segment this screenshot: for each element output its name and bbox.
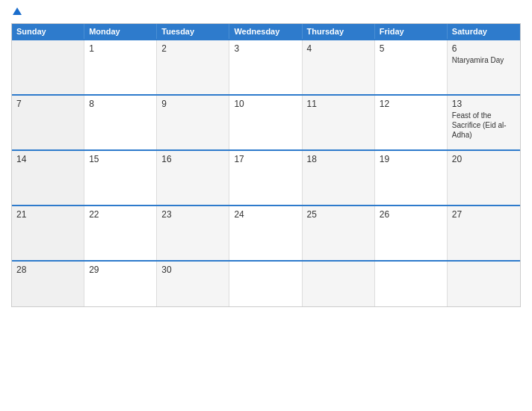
calendar-cell: 16 (157, 151, 229, 205)
calendar-cell (229, 262, 302, 306)
day-number: 8 (89, 99, 152, 109)
calendar-cell: 27 (448, 206, 520, 260)
weekday-header-friday: Friday (375, 24, 448, 39)
day-number: 13 (452, 99, 516, 109)
calendar-cell: 19 (375, 151, 448, 205)
day-number: 7 (16, 99, 79, 109)
calendar-cell: 23 (157, 206, 229, 260)
calendar-cell: 8 (84, 96, 157, 149)
day-number: 16 (161, 154, 224, 164)
calendar-row-1: 78910111213Feast of the Sacrifice (Eid a… (12, 94, 520, 149)
calendar-cell: 5 (375, 40, 448, 94)
calendar-cell: 26 (375, 206, 448, 260)
day-number: 26 (380, 209, 442, 220)
day-number: 18 (307, 154, 370, 164)
day-number: 30 (161, 265, 224, 275)
day-number: 12 (380, 99, 442, 109)
weekday-header-saturday: Saturday (448, 24, 520, 39)
calendar-cell: 25 (303, 206, 375, 260)
day-number: 14 (16, 154, 79, 164)
day-number: 24 (234, 209, 297, 220)
calendar-cell: 7 (12, 96, 84, 149)
calendar-header-row: SundayMondayTuesdayWednesdayThursdayFrid… (12, 24, 520, 39)
day-number: 2 (161, 43, 224, 54)
day-number: 22 (89, 209, 152, 220)
logo (11, 7, 22, 16)
calendar-cell: 10 (229, 96, 302, 149)
day-number: 28 (16, 265, 79, 275)
calendar-cell: 17 (229, 151, 302, 205)
weekday-header-monday: Monday (84, 24, 157, 39)
logo-blue-text (11, 7, 22, 16)
calendar-row-3: 21222324252627 (12, 205, 520, 260)
day-number: 23 (161, 209, 224, 220)
day-number: 3 (234, 43, 297, 54)
day-number: 15 (89, 154, 152, 164)
calendar-page: SundayMondayTuesdayWednesdayThursdayFrid… (0, 0, 532, 411)
day-number: 9 (161, 99, 224, 109)
weekday-header-wednesday: Wednesday (229, 24, 302, 39)
calendar-cell: 22 (84, 206, 157, 260)
calendar-row-2: 14151617181920 (12, 149, 520, 205)
calendar-cell: 13Feast of the Sacrifice (Eid al-Adha) (448, 96, 520, 149)
weekday-header-sunday: Sunday (12, 24, 84, 39)
day-number: 5 (380, 43, 442, 54)
calendar-cell: 15 (84, 151, 157, 205)
day-number: 10 (234, 99, 297, 109)
day-number: 29 (89, 265, 152, 275)
calendar-cell: 3 (229, 40, 302, 94)
calendar-cell: 1 (84, 40, 157, 94)
day-number: 6 (452, 43, 516, 54)
calendar-cell: 24 (229, 206, 302, 260)
calendar-cell: 20 (448, 151, 520, 205)
day-number: 21 (16, 209, 79, 220)
day-number: 17 (234, 154, 297, 164)
weekday-header-tuesday: Tuesday (157, 24, 229, 39)
weekday-header-thursday: Thursday (303, 24, 375, 39)
calendar-grid: SundayMondayTuesdayWednesdayThursdayFrid… (11, 23, 521, 307)
calendar-cell: 21 (12, 206, 84, 260)
calendar-cell: 2 (157, 40, 229, 94)
calendar-cell (448, 262, 520, 306)
calendar-event: Feast of the Sacrifice (Eid al-Adha) (452, 111, 516, 140)
calendar-cell (303, 262, 375, 306)
calendar-cell: 18 (303, 151, 375, 205)
calendar-cell: 14 (12, 151, 84, 205)
calendar-event: Ntaryamira Day (452, 55, 516, 65)
calendar-cell: 6Ntaryamira Day (448, 40, 520, 94)
calendar-cell: 12 (375, 96, 448, 149)
calendar-row-0: 123456Ntaryamira Day (12, 39, 520, 94)
calendar-cell (375, 262, 448, 306)
day-number: 25 (307, 209, 370, 220)
calendar-row-4: 282930 (12, 260, 520, 306)
calendar-cell: 28 (12, 262, 84, 306)
page-header (11, 7, 521, 16)
day-number: 19 (380, 154, 442, 164)
calendar-cell: 4 (303, 40, 375, 94)
calendar-cell: 30 (157, 262, 229, 306)
calendar-cell: 29 (84, 262, 157, 306)
day-number: 27 (452, 209, 516, 220)
day-number: 11 (307, 99, 370, 109)
calendar-cell: 11 (303, 96, 375, 149)
logo-triangle-icon (13, 7, 22, 15)
day-number: 4 (307, 43, 370, 54)
day-number: 1 (89, 43, 152, 54)
calendar-cell (12, 40, 84, 94)
calendar-cell: 9 (157, 96, 229, 149)
day-number: 20 (452, 154, 516, 164)
